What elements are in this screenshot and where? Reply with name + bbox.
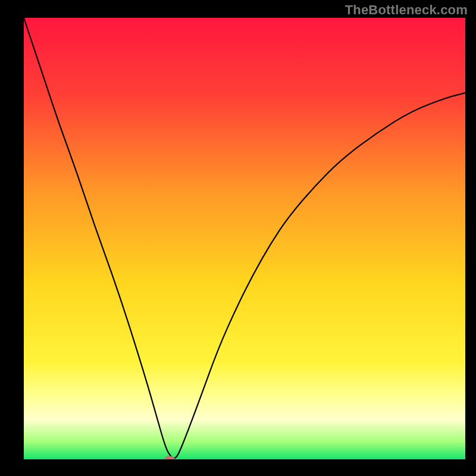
watermark-text: TheBottleneck.com <box>345 2 468 18</box>
bottleneck-curve <box>24 18 465 458</box>
plot-area <box>24 18 465 459</box>
curve-svg <box>24 18 465 459</box>
chart-frame: TheBottleneck.com <box>0 0 476 476</box>
optimal-point-marker <box>164 456 174 460</box>
